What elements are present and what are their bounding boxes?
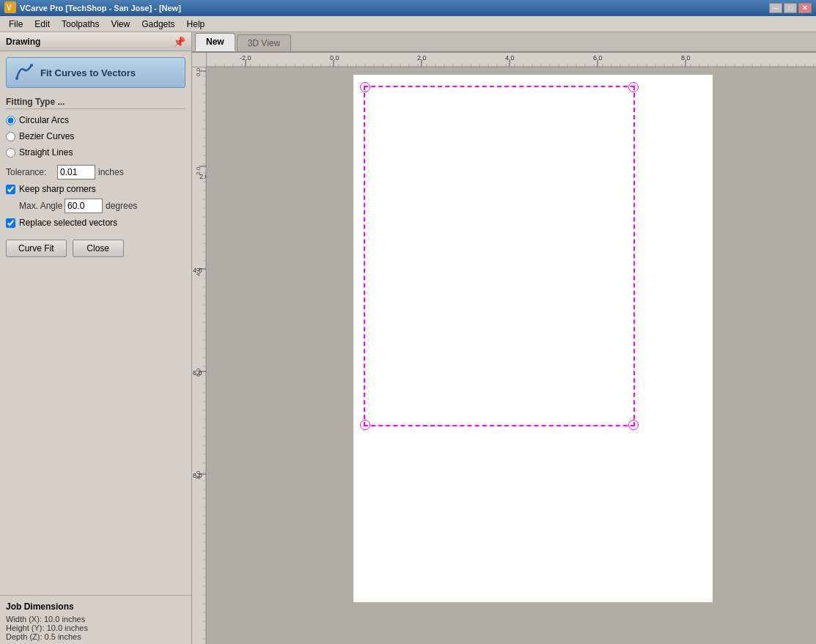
- job-depth: Depth (Z): 0.5 inches: [6, 632, 185, 641]
- tool-icon: [14, 62, 34, 83]
- svg-text:-2.0: -2.0: [240, 54, 251, 62]
- ruler-corner: [192, 53, 207, 67]
- svg-point-2: [15, 77, 18, 80]
- corner-dot-br: [628, 420, 639, 430]
- radio-straight-lines[interactable]: Straight Lines: [6, 146, 185, 159]
- close-button[interactable]: ✕: [798, 3, 812, 13]
- menu-gadgets[interactable]: Gadgets: [136, 18, 180, 31]
- replace-vectors-label: Replace selected vectors: [19, 218, 117, 228]
- tab-bar: New 3D View: [192, 32, 816, 53]
- svg-text:0.0: 0.0: [330, 54, 339, 62]
- panel-pin-icon[interactable]: 📌: [173, 36, 185, 48]
- svg-text:4.0: 4.0: [195, 267, 202, 276]
- radio-circular-arcs[interactable]: Circular Arcs: [6, 114, 185, 127]
- corner-dot-bl: [360, 420, 370, 430]
- ruler-top-svg: -2.0 0.0 2.0 4.0 6.0 8.0: [207, 53, 816, 67]
- ruler-left: 2.0 4.0 6.0 8.0 0.02.04.06.08.0: [192, 67, 207, 644]
- left-panel: Drawing 📌 Fit Curves to Vectors Fitting …: [0, 32, 192, 644]
- max-angle-row: Max. Angle degrees: [19, 199, 185, 213]
- replace-vectors-checkbox[interactable]: [6, 218, 15, 228]
- job-width: Width (X): 10.0 inches: [6, 615, 185, 623]
- menu-help[interactable]: Help: [181, 18, 211, 31]
- radio-bezier-curves[interactable]: Bezier Curves: [6, 130, 185, 143]
- radio-circular-arcs-input[interactable]: [6, 116, 15, 125]
- svg-text:6.0: 6.0: [593, 54, 603, 62]
- tool-panel: Fit Curves to Vectors Fitting Type ... C…: [0, 51, 191, 595]
- tolerance-unit: inches: [98, 167, 124, 177]
- keep-sharp-corners-row[interactable]: Keep sharp corners: [6, 184, 185, 194]
- svg-text:8.0: 8.0: [681, 54, 691, 62]
- titlebar: V VCarve Pro [TechShop - San Jose] - [Ne…: [0, 0, 816, 16]
- main-layout: Drawing 📌 Fit Curves to Vectors Fitting …: [0, 32, 816, 644]
- canvas-area[interactable]: -2.0 0.0 2.0 4.0 6.0 8.0: [192, 53, 816, 644]
- tolerance-section: Tolerance: inches: [6, 165, 185, 179]
- menu-toolpaths[interactable]: Toolpaths: [56, 18, 105, 31]
- radio-straight-lines-label[interactable]: Straight Lines: [6, 146, 185, 159]
- svg-text:2.0: 2.0: [195, 166, 202, 175]
- tool-header-box: Fit Curves to Vectors: [6, 57, 185, 88]
- tolerance-row: Tolerance: inches: [6, 165, 185, 179]
- svg-text:0.0: 0.0: [195, 67, 202, 76]
- panel-header: Drawing 📌: [0, 32, 191, 51]
- max-angle-input[interactable]: [65, 199, 103, 213]
- radio-straight-lines-input[interactable]: [6, 148, 15, 158]
- menu-edit[interactable]: Edit: [29, 18, 56, 31]
- corner-dot-tl: [360, 82, 370, 92]
- menu-file[interactable]: File: [3, 18, 29, 31]
- radio-circular-arcs-label[interactable]: Circular Arcs: [6, 114, 185, 127]
- keep-sharp-corners-label: Keep sharp corners: [19, 184, 96, 194]
- button-row: Curve Fit Close: [6, 240, 185, 257]
- radio-bezier-curves-label[interactable]: Bezier Curves: [6, 130, 185, 143]
- curve-fit-button[interactable]: Curve Fit: [6, 240, 67, 257]
- radio-bezier-curves-input[interactable]: [6, 132, 15, 141]
- svg-text:8.0: 8.0: [195, 470, 202, 479]
- drawing-canvas[interactable]: [207, 67, 816, 644]
- close-button-panel[interactable]: Close: [73, 240, 124, 257]
- job-dimensions-title: Job Dimensions: [6, 602, 185, 612]
- max-angle-unit: degrees: [106, 201, 137, 211]
- titlebar-controls: ─ □ ✕: [769, 3, 812, 13]
- ruler-top: -2.0 0.0 2.0 4.0 6.0 8.0: [207, 53, 816, 67]
- fitting-type-section: Fitting Type ... Circular Arcs Bezier Cu…: [6, 97, 185, 159]
- job-dimensions: Job Dimensions Width (X): 10.0 inches He…: [0, 595, 191, 644]
- replace-vectors-row[interactable]: Replace selected vectors: [6, 218, 185, 228]
- menu-view[interactable]: View: [105, 18, 136, 31]
- corner-dot-tr: [628, 82, 639, 92]
- tolerance-label: Tolerance:: [6, 167, 57, 177]
- svg-text:2.0: 2.0: [417, 54, 427, 62]
- svg-point-3: [30, 64, 33, 67]
- tab-new[interactable]: New: [195, 33, 235, 51]
- svg-text:6.0: 6.0: [195, 368, 202, 377]
- fitting-type-label: Fitting Type ...: [6, 97, 185, 109]
- tab-3d-view[interactable]: 3D View: [237, 34, 291, 51]
- max-angle-label: Max. Angle: [19, 201, 65, 211]
- tool-title: Fit Curves to Vectors: [40, 67, 136, 78]
- minimize-button[interactable]: ─: [769, 3, 782, 13]
- tolerance-input[interactable]: [57, 165, 95, 179]
- titlebar-text: VCarve Pro [TechShop - San Jose] - [New]: [20, 4, 181, 12]
- dashed-selection-rect: [364, 86, 635, 426]
- keep-sharp-corners-checkbox[interactable]: [6, 185, 15, 194]
- right-area: New 3D View -2.0 0.0: [192, 32, 816, 644]
- svg-text:4.0: 4.0: [505, 54, 515, 62]
- job-height: Height (Y): 10.0 inches: [6, 623, 185, 632]
- canvas-paper: [353, 75, 713, 602]
- ruler-left-svg: 2.0 4.0 6.0 8.0 0.02.04.06.08.0: [192, 67, 207, 644]
- panel-header-title: Drawing: [6, 37, 40, 47]
- maximize-button[interactable]: □: [784, 3, 797, 13]
- app-icon: V: [4, 1, 16, 15]
- svg-text:V: V: [7, 4, 12, 12]
- menubar: File Edit Toolpaths View Gadgets Help: [0, 16, 816, 32]
